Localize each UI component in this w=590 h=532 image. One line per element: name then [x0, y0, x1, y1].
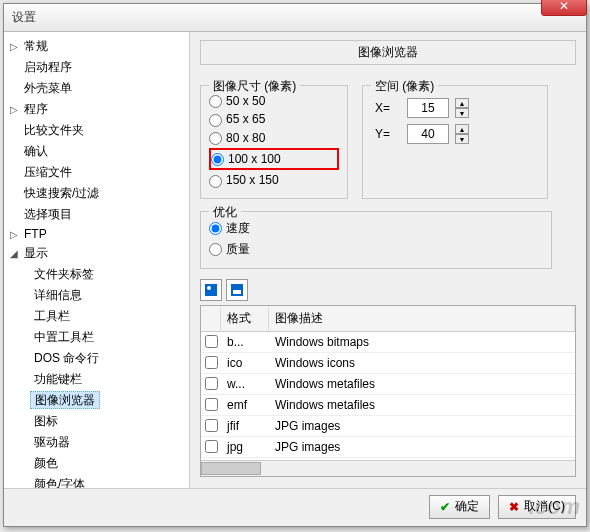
titlebar[interactable]: 设置 ✕	[4, 4, 586, 32]
sidebar-item-label: 详细信息	[30, 287, 86, 303]
svg-point-1	[207, 286, 211, 290]
sidebar-item[interactable]: 外壳菜单	[6, 78, 187, 99]
row-checkbox[interactable]	[205, 398, 218, 411]
tool-icon-2[interactable]	[226, 279, 248, 301]
dialog-footer: ✔确定 ✖取消(C)	[4, 488, 586, 524]
sidebar-item[interactable]: 工具栏	[26, 306, 187, 327]
tool-icon-1[interactable]	[200, 279, 222, 301]
optimize-group: 优化 速度质量	[200, 211, 552, 269]
scroll-thumb[interactable]	[201, 462, 261, 475]
cell-format: b...	[221, 332, 269, 352]
sidebar: ▷常规启动程序外壳菜单▷程序比较文件夹确认压缩文件快速搜索/过滤选择项目▷FTP…	[4, 32, 190, 488]
nav-tree: ▷常规启动程序外壳菜单▷程序比较文件夹确认压缩文件快速搜索/过滤选择项目▷FTP…	[6, 36, 187, 488]
cell-desc: Windows metafiles	[269, 395, 575, 415]
table-row[interactable]: emfWindows metafiles	[201, 395, 575, 416]
cell-format: jpg	[221, 437, 269, 457]
sidebar-item[interactable]: 详细信息	[26, 285, 187, 306]
y-input[interactable]	[407, 124, 449, 144]
sidebar-item[interactable]: 中置工具栏	[26, 327, 187, 348]
sidebar-item-label: 选择项目	[20, 206, 76, 222]
sidebar-item[interactable]: 快速搜索/过滤	[6, 183, 187, 204]
row-checkbox[interactable]	[205, 356, 218, 369]
sidebar-item-label: 显示	[20, 245, 52, 261]
sidebar-item-label: 功能键栏	[30, 371, 86, 387]
sidebar-item[interactable]: ▷常规	[6, 36, 187, 57]
y-spin-up[interactable]: ▲	[455, 124, 469, 134]
size-option[interactable]: 65 x 65	[209, 110, 339, 128]
cell-format: w...	[221, 374, 269, 394]
table-row[interactable]: w...Windows metafiles	[201, 374, 575, 395]
col-checkbox	[201, 306, 221, 331]
opt-radio[interactable]	[209, 222, 222, 235]
col-desc[interactable]: 图像描述	[269, 306, 575, 331]
size-radio[interactable]	[209, 114, 222, 127]
sidebar-item[interactable]: 文件夹标签	[26, 264, 187, 285]
horizontal-scrollbar[interactable]	[201, 460, 575, 476]
close-button[interactable]: ✕	[541, 0, 587, 16]
size-option[interactable]: 80 x 80	[209, 129, 339, 147]
x-icon: ✖	[509, 500, 519, 514]
opt-option[interactable]: 速度	[209, 218, 543, 239]
size-radio[interactable]	[211, 153, 224, 166]
col-format[interactable]: 格式	[221, 306, 269, 331]
x-spin-down[interactable]: ▼	[455, 108, 469, 118]
row-checkbox[interactable]	[205, 335, 218, 348]
sidebar-item-label: FTP	[20, 226, 51, 242]
sidebar-item[interactable]: ▷程序	[6, 99, 187, 120]
size-option[interactable]: 150 x 150	[209, 171, 339, 189]
size-radio[interactable]	[209, 132, 222, 145]
sidebar-item[interactable]: 启动程序	[6, 57, 187, 78]
table-row[interactable]: icoWindows icons	[201, 353, 575, 374]
expander-icon[interactable]: ◢	[10, 248, 20, 259]
size-option[interactable]: 100 x 100	[209, 148, 339, 170]
opt-radio[interactable]	[209, 243, 222, 256]
row-checkbox[interactable]	[205, 440, 218, 453]
sidebar-item-label: 快速搜索/过滤	[20, 185, 103, 201]
x-spin-up[interactable]: ▲	[455, 98, 469, 108]
sidebar-item[interactable]: ▷FTP	[6, 225, 187, 243]
window-title: 设置	[12, 9, 36, 26]
image-size-group: 图像尺寸 (像素) 50 x 5065 x 6580 x 80100 x 100…	[200, 85, 348, 199]
row-checkbox[interactable]	[205, 419, 218, 432]
expander-icon[interactable]: ▷	[10, 104, 20, 115]
sidebar-item[interactable]: DOS 命令行	[26, 348, 187, 369]
sidebar-item[interactable]: 选择项目	[6, 204, 187, 225]
cancel-button[interactable]: ✖取消(C)	[498, 495, 576, 519]
size-radio[interactable]	[209, 175, 222, 188]
row-checkbox[interactable]	[205, 377, 218, 390]
sidebar-item[interactable]: 驱动器	[26, 432, 187, 453]
sidebar-item-label: 驱动器	[30, 434, 74, 450]
y-label: Y=	[375, 127, 401, 141]
cell-desc: Windows icons	[269, 353, 575, 373]
sidebar-item[interactable]: 确认	[6, 141, 187, 162]
sidebar-item-label: 文件夹标签	[30, 266, 98, 282]
sidebar-item[interactable]: ◢显示	[6, 243, 187, 264]
y-spin-down[interactable]: ▼	[455, 134, 469, 144]
opt-option[interactable]: 质量	[209, 239, 543, 260]
expander-icon[interactable]: ▷	[10, 41, 20, 52]
cell-format: emf	[221, 395, 269, 415]
sidebar-item[interactable]: 功能键栏	[26, 369, 187, 390]
sidebar-item[interactable]: 压缩文件	[6, 162, 187, 183]
sidebar-item-label: 颜色/字体	[30, 476, 89, 488]
sidebar-item[interactable]: 图标	[26, 411, 187, 432]
table-row[interactable]: jpgJPG images	[201, 437, 575, 458]
ok-button[interactable]: ✔确定	[429, 495, 490, 519]
expander-icon[interactable]: ▷	[10, 229, 20, 240]
sidebar-item[interactable]: 比较文件夹	[6, 120, 187, 141]
sidebar-item-label: 压缩文件	[20, 164, 76, 180]
sidebar-item[interactable]: 颜色	[26, 453, 187, 474]
size-radio[interactable]	[209, 95, 222, 108]
content-pane: 图像浏览器 图像尺寸 (像素) 50 x 5065 x 6580 x 80100…	[190, 32, 586, 488]
space-group: 空间 (像素) X= ▲ ▼ Y= ▲ ▼	[362, 85, 548, 199]
check-icon: ✔	[440, 500, 450, 514]
sidebar-item[interactable]: 图像浏览器	[26, 390, 187, 411]
table-row[interactable]: b...Windows bitmaps	[201, 332, 575, 353]
table-row[interactable]: jfifJPG images	[201, 416, 575, 437]
sidebar-item[interactable]: 颜色/字体	[26, 474, 187, 488]
sidebar-item-label: 工具栏	[30, 308, 74, 324]
x-input[interactable]	[407, 98, 449, 118]
sidebar-item-label: 常规	[20, 38, 52, 54]
close-icon: ✕	[559, 0, 569, 13]
sidebar-item-label: 颜色	[30, 455, 62, 471]
